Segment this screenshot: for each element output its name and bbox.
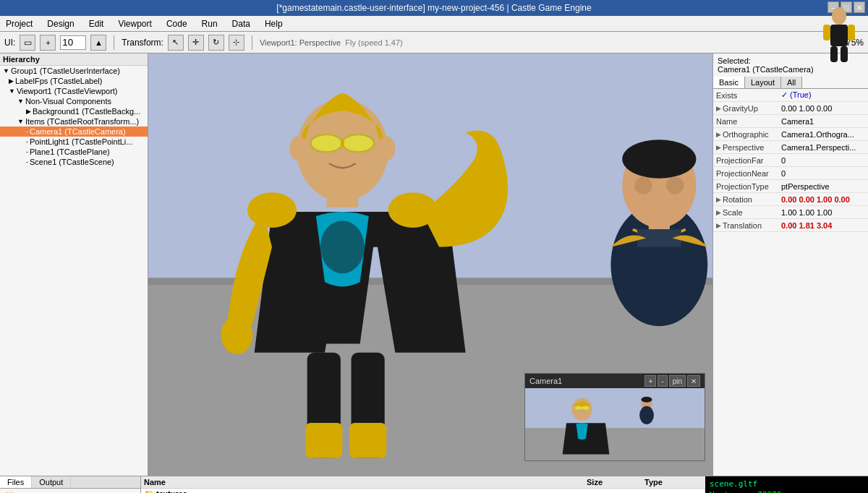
- camera-preview-plus[interactable]: +: [644, 375, 656, 387]
- files-col-name: Name: [144, 478, 587, 486]
- prop-row-projectionfar[interactable]: ProjectionFar 0: [713, 154, 868, 167]
- menubar: Project Design Edit Viewport Code Run Da…: [0, 16, 868, 32]
- svg-point-27: [572, 398, 592, 421]
- tree-item-pointlight1[interactable]: -PointLight1 (TCastlePointLi...: [0, 137, 148, 147]
- scene-filename: scene.gltf: [710, 479, 864, 489]
- camera-preview-header: Camera1 + - pin ✕: [525, 374, 705, 388]
- tree-item-nonvisual[interactable]: ▼Non-Visual Components: [0, 96, 148, 106]
- expand-arrow: -: [26, 148, 28, 155]
- rect-tool-button[interactable]: ▭: [20, 35, 35, 51]
- svg-point-21: [342, 134, 374, 152]
- menu-design[interactable]: Design: [44, 17, 77, 30]
- prop-name-scale: ▶Scale: [713, 207, 778, 218]
- camera-preview-controls: + - pin ✕: [644, 375, 700, 387]
- prop-row-perspective[interactable]: ▶Perspective Camera1.Perspecti...: [713, 141, 868, 154]
- scene-vertexes: Vertexes: 73978: [710, 490, 864, 493]
- files-col-size: Size: [587, 478, 644, 486]
- tab-basic[interactable]: Basic: [713, 77, 745, 88]
- prop-name-projectionfar: ProjectionFar: [713, 155, 778, 166]
- files-tree-project[interactable]: 📁my-new-project-456: [1, 490, 139, 493]
- tree-item-labelfps[interactable]: ▶LabelFps (TCastleLabel): [0, 76, 148, 86]
- prop-row-exists[interactable]: Exists ✓ (True): [713, 89, 868, 102]
- expand-arrow: -: [26, 158, 28, 166]
- files-header: Name Size Type: [141, 476, 705, 489]
- svg-rect-22: [341, 140, 344, 147]
- rotate-tool-button[interactable]: ↻: [208, 35, 224, 51]
- prop-value-exists[interactable]: ✓ (True): [778, 90, 868, 100]
- camera-preview-close[interactable]: ✕: [687, 375, 700, 387]
- prop-row-orthographic[interactable]: ▶Orthographic Camera1.Orthogra...: [713, 128, 868, 141]
- toolbar: UI: ▭ + ▲ Transform: ↖ ✛ ↻ ⊹ Viewport1: …: [0, 32, 868, 53]
- prop-row-gravityup[interactable]: ▶GravityUp 0.00 1.00 0.00: [713, 102, 868, 115]
- hierarchy-panel: Hierarchy ▼Group1 (TCastleUserInterface)…: [0, 53, 148, 476]
- files-main: Name Size Type 📁 textures license.txt 74…: [141, 476, 705, 493]
- selected-label-text: Selected:: [718, 56, 751, 65]
- folder-icon: 📁: [144, 489, 156, 493]
- prop-value-name[interactable]: Camera1: [778, 116, 868, 127]
- svg-point-31: [641, 397, 652, 403]
- prop-row-name[interactable]: Name Camera1: [713, 115, 868, 128]
- tab-all[interactable]: All: [781, 77, 802, 88]
- prop-value-translation[interactable]: 0.00 1.81 3.04: [778, 220, 868, 231]
- prop-name-name: Name: [713, 116, 778, 127]
- camera-preview-minus[interactable]: -: [658, 375, 667, 387]
- menu-viewport[interactable]: Viewport: [115, 17, 154, 30]
- tree-item-background1[interactable]: ▶Background1 (TCastleBackg...: [0, 106, 148, 116]
- tree-item-items[interactable]: ▼Items (TCastleRootTransform...): [0, 116, 148, 127]
- svg-point-7: [634, 176, 652, 194]
- menu-data[interactable]: Data: [229, 17, 253, 30]
- prop-value-projectiontype[interactable]: ptPerspective: [778, 181, 868, 192]
- files-row-textures[interactable]: 📁 textures: [141, 489, 705, 493]
- expand-arrow: -: [26, 128, 28, 135]
- add-button[interactable]: +: [40, 35, 56, 51]
- files-tabs: Files Output: [0, 476, 140, 489]
- prop-value-projectionfar[interactable]: 0: [778, 155, 868, 166]
- tree-item-group1[interactable]: ▼Group1 (TCastleUserInterface): [0, 66, 148, 76]
- file-name-textures: 📁 textures: [144, 489, 587, 493]
- prop-row-rotation[interactable]: ▶Rotation 0.00 0.00 1.00 0.00: [713, 193, 868, 206]
- tree-item-plane1[interactable]: -Plane1 (TCastlePlane): [0, 147, 148, 157]
- tree-item-camera1[interactable]: -Camera1 (TCastleCamera): [0, 127, 148, 137]
- increment-button[interactable]: ▲: [90, 35, 106, 51]
- prop-value-rotation[interactable]: 0.00 0.00 1.00 0.00: [778, 194, 868, 205]
- menu-code[interactable]: Code: [163, 17, 190, 30]
- tree-item-scene1[interactable]: -Scene1 (TCastleScene): [0, 157, 148, 167]
- camera-preview-pin[interactable]: pin: [669, 375, 686, 387]
- selected-value: Camera1 (TCastleCamera): [718, 65, 814, 74]
- tree-item-viewport1[interactable]: ▼Viewport1 (TCastleViewport): [0, 86, 148, 96]
- scale-tool-button[interactable]: ⊹: [229, 35, 244, 51]
- prop-row-projectiontype[interactable]: ProjectionType ptPerspective: [713, 180, 868, 193]
- files-tree-content: 📁my-new-project-456 📁code ▼📁data 📁invinc…: [0, 489, 140, 493]
- svg-rect-25: [525, 388, 705, 428]
- viewport-panel[interactable]: Camera1 + - pin ✕: [148, 53, 712, 476]
- prop-row-scale[interactable]: ▶Scale 1.00 1.00 1.00: [713, 206, 868, 219]
- grid-size-input[interactable]: [60, 35, 86, 50]
- prop-name-perspective: ▶Perspective: [713, 142, 778, 153]
- menu-help[interactable]: Help: [262, 17, 286, 30]
- prop-row-projectionnear[interactable]: ProjectionNear 0: [713, 167, 868, 180]
- transform-label: Transform:: [122, 38, 163, 48]
- prop-name-translation: ▶Translation: [713, 220, 778, 231]
- menu-project[interactable]: Project: [3, 17, 35, 30]
- tab-output[interactable]: Output: [32, 476, 71, 488]
- svg-point-24: [378, 136, 395, 160]
- prop-row-translation[interactable]: ▶Translation 0.00 1.81 3.04: [713, 219, 868, 232]
- svg-point-17: [247, 192, 297, 228]
- select-tool-button[interactable]: ↖: [168, 35, 184, 51]
- svg-point-14: [320, 220, 365, 273]
- tab-files[interactable]: Files: [0, 476, 32, 488]
- tab-layout[interactable]: Layout: [745, 77, 781, 88]
- sep1: [114, 35, 114, 50]
- menu-run[interactable]: Run: [199, 17, 221, 30]
- prop-value-projectionnear[interactable]: 0: [778, 168, 868, 179]
- prop-value-scale[interactable]: 1.00 1.00 1.00: [778, 207, 868, 218]
- viewport-info: Viewport1: Perspective: [260, 38, 341, 47]
- files-col-type: Type: [644, 478, 702, 486]
- titlebar: [*gamestatemain.castle-user-interface] m…: [0, 0, 868, 16]
- expand-arrow: ▼: [3, 67, 9, 74]
- titlebar-text: [*gamestatemain.castle-user-interface] m…: [276, 3, 591, 13]
- move-tool-button[interactable]: ✛: [188, 35, 204, 51]
- svg-point-20: [311, 134, 343, 152]
- camera-preview: Camera1 + - pin ✕: [524, 373, 705, 461]
- menu-edit[interactable]: Edit: [86, 17, 107, 30]
